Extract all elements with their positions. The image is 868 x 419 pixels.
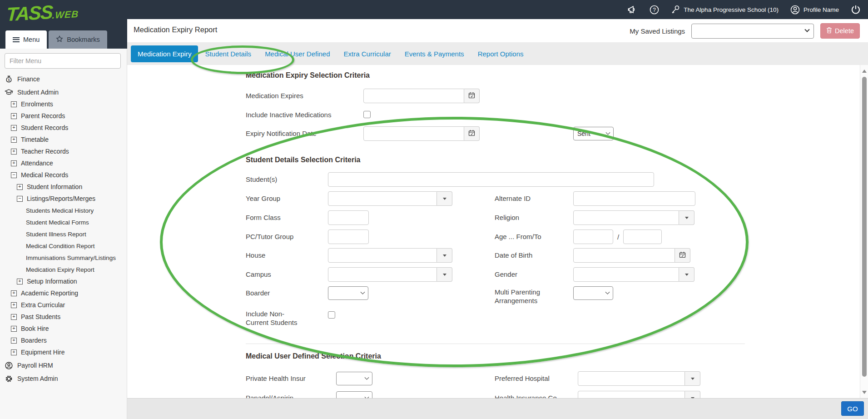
- sidebar-item-student-information[interactable]: Student Information: [0, 181, 127, 193]
- religion-dropdown-button[interactable]: [679, 210, 694, 225]
- sidebar-item-boarders[interactable]: Boarders: [0, 334, 127, 346]
- saved-listings-select[interactable]: [691, 24, 814, 39]
- tab-student-details[interactable]: Student Details: [198, 45, 258, 62]
- expand-icon[interactable]: [11, 326, 17, 332]
- expand-icon[interactable]: [11, 125, 17, 131]
- sent-select[interactable]: Sent: [573, 127, 614, 140]
- alternate-id-input[interactable]: [573, 191, 695, 206]
- tab-report-options[interactable]: Report Options: [471, 45, 531, 62]
- tab-bookmarks[interactable]: Bookmarks: [49, 30, 107, 49]
- sidebar-item-timetable[interactable]: Timetable: [0, 134, 127, 145]
- expand-icon[interactable]: [11, 302, 17, 308]
- row-year-group: Year Group Alternate ID: [246, 191, 860, 210]
- age-from-input[interactable]: [573, 229, 613, 244]
- form-class-input[interactable]: [328, 210, 369, 225]
- collapse-icon[interactable]: [17, 196, 23, 202]
- sidebar-item-student-records[interactable]: Student Records: [0, 122, 127, 134]
- health-insurance-dropdown-button[interactable]: [685, 391, 700, 398]
- year-group-input[interactable]: [328, 191, 437, 206]
- help-button[interactable]: ?: [650, 5, 659, 15]
- school-menu[interactable]: The Alpha Progressive School (10): [671, 5, 779, 15]
- tab-medication-expiry[interactable]: Medication Expiry: [131, 45, 198, 62]
- preferred-hospital-dropdown-button[interactable]: [685, 371, 700, 386]
- dob-input[interactable]: [573, 248, 675, 263]
- school-name: The Alpha Progressive School (10): [684, 6, 779, 13]
- sidebar-item-enrolments[interactable]: Enrolments: [0, 98, 127, 110]
- medication-expires-input[interactable]: [363, 89, 464, 103]
- students-input[interactable]: [328, 172, 654, 187]
- scrollbar-thumb[interactable]: [862, 77, 867, 377]
- private-health-select[interactable]: [336, 372, 372, 385]
- expand-icon[interactable]: [11, 338, 17, 344]
- sidebar-item-past-students[interactable]: Past Students: [0, 311, 127, 323]
- sidebar-item-medical-condition-report[interactable]: Medical Condition Report: [0, 240, 127, 252]
- gender-input[interactable]: [573, 267, 679, 282]
- panadol-select[interactable]: [336, 391, 372, 398]
- sidebar-item-teacher-records[interactable]: Teacher Records: [0, 145, 127, 157]
- sidebar-item-equipment-hire[interactable]: Equipment Hire: [0, 346, 127, 358]
- include-inactive-checkbox[interactable]: [363, 111, 371, 118]
- gender-dropdown-button[interactable]: [679, 267, 694, 282]
- tab-medical-user-defined[interactable]: Medical User Defined: [258, 45, 337, 62]
- chevron-down-icon: [361, 289, 365, 294]
- sidebar-item-extra-curricular[interactable]: Extra Curricular: [0, 299, 127, 311]
- delete-button[interactable]: Delete: [820, 23, 860, 39]
- multi-parenting-select[interactable]: [573, 286, 613, 300]
- sidebar-item-setup-information[interactable]: Setup Information: [0, 275, 127, 287]
- expiry-notification-input[interactable]: [363, 126, 464, 141]
- sidebar-item-students-medical-history[interactable]: Students Medical History: [0, 205, 127, 216]
- preferred-hospital-input[interactable]: [578, 371, 685, 386]
- tab-extra-curricular[interactable]: Extra Curricular: [337, 45, 398, 62]
- logout-button[interactable]: [851, 5, 861, 15]
- tab-events-payments[interactable]: Events & Payments: [398, 45, 471, 62]
- include-non-current-checkbox[interactable]: [328, 311, 335, 319]
- house-dropdown-button[interactable]: [437, 248, 452, 263]
- boarder-select[interactable]: [328, 286, 368, 300]
- scroll-down-button[interactable]: [860, 388, 868, 396]
- expand-icon[interactable]: [11, 137, 17, 143]
- expand-icon[interactable]: [17, 279, 23, 284]
- expand-icon[interactable]: [11, 314, 17, 320]
- expiry-notification-calendar-button[interactable]: [464, 126, 480, 141]
- profile-menu[interactable]: Profile Name: [790, 5, 839, 15]
- age-to-input[interactable]: [623, 229, 662, 244]
- expand-icon[interactable]: [11, 149, 17, 155]
- year-group-dropdown-button[interactable]: [437, 191, 452, 206]
- expand-icon[interactable]: [11, 113, 17, 119]
- religion-input[interactable]: [573, 210, 679, 225]
- expand-icon[interactable]: [11, 349, 17, 355]
- sidebar-item-attendance[interactable]: Attendance: [0, 157, 127, 169]
- expand-icon[interactable]: [11, 101, 17, 107]
- expand-icon[interactable]: [17, 184, 23, 190]
- row-boarder: Boarder Multi Parenting Arrangements: [246, 286, 860, 305]
- campus-input[interactable]: [328, 267, 437, 282]
- expand-icon[interactable]: [11, 290, 17, 296]
- sidebar-item-medical-records[interactable]: Medical Records: [0, 169, 127, 181]
- dob-calendar-button[interactable]: [675, 248, 690, 263]
- sidebar-item-book-hire[interactable]: Book Hire: [0, 323, 127, 334]
- vertical-scrollbar[interactable]: [860, 65, 868, 398]
- scroll-up-button[interactable]: [860, 67, 868, 75]
- sidebar-item-finance[interactable]: $ Finance: [0, 73, 127, 85]
- collapse-icon[interactable]: [11, 172, 17, 178]
- sidebar-item-student-medical-forms[interactable]: Student Medical Forms: [0, 216, 127, 228]
- sidebar-item-student-illness-report[interactable]: Student Illness Report: [0, 228, 127, 240]
- sidebar-item-student-admin[interactable]: Student Admin: [0, 86, 127, 98]
- filter-menu-input[interactable]: [5, 53, 121, 69]
- sidebar-item-parent-records[interactable]: Parent Records: [0, 110, 127, 122]
- sidebar-item-payroll-hrm[interactable]: Payroll HRM: [0, 359, 127, 371]
- health-insurance-input[interactable]: [578, 391, 685, 398]
- sidebar-item-immunisations-summary[interactable]: Immunisations Summary/Listings: [0, 252, 127, 264]
- sidebar-item-system-admin[interactable]: System Admin: [0, 373, 127, 384]
- campus-dropdown-button[interactable]: [437, 267, 452, 282]
- go-button[interactable]: GO: [841, 401, 864, 416]
- house-input[interactable]: [328, 248, 437, 263]
- sidebar-item-academic-reporting[interactable]: Academic Reporting: [0, 287, 127, 299]
- sidebar-item-medication-expiry-report[interactable]: Medication Expiry Report: [0, 264, 127, 275]
- sidebar-item-listings-reports-merges[interactable]: Listings/Reports/Merges: [0, 193, 127, 205]
- pc-tutor-input[interactable]: [328, 229, 369, 244]
- tab-menu[interactable]: Menu: [5, 30, 47, 49]
- medication-expires-calendar-button[interactable]: [464, 89, 480, 103]
- announcements-button[interactable]: [628, 5, 638, 14]
- expand-icon[interactable]: [11, 160, 17, 166]
